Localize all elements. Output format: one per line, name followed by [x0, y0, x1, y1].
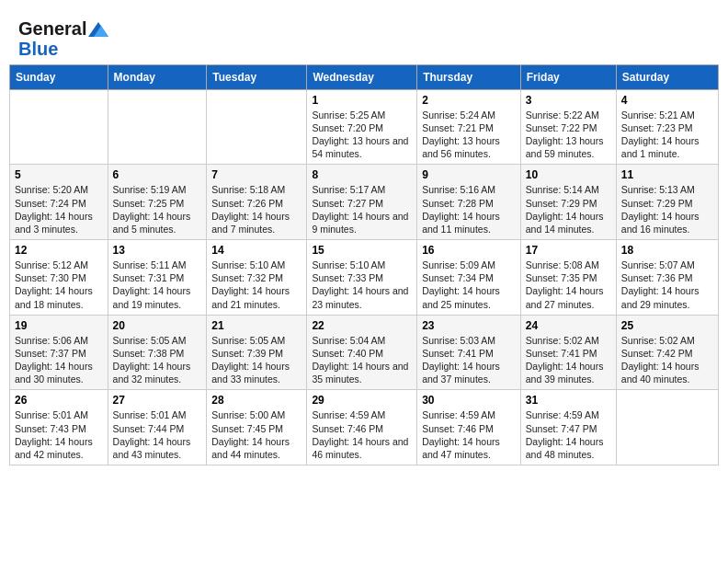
col-header-saturday: Saturday	[616, 64, 718, 89]
week-row: 19Sunrise: 5:06 AMSunset: 7:37 PMDayligh…	[10, 315, 719, 390]
day-cell: 2Sunrise: 5:24 AMSunset: 7:21 PMDaylight…	[417, 89, 521, 165]
day-cell: 20Sunrise: 5:05 AMSunset: 7:38 PMDayligh…	[108, 315, 207, 390]
logo-blue: Blue	[18, 39, 110, 60]
day-number: 2	[422, 94, 516, 107]
week-row: 26Sunrise: 5:01 AMSunset: 7:43 PMDayligh…	[10, 390, 719, 465]
day-info: Sunrise: 5:16 AMSunset: 7:28 PMDaylight:…	[422, 183, 516, 236]
day-number: 27	[113, 394, 202, 407]
day-info: Sunrise: 5:05 AMSunset: 7:38 PMDaylight:…	[113, 334, 202, 386]
day-number: 31	[526, 394, 611, 407]
day-info: Sunrise: 5:25 AMSunset: 7:20 PMDaylight:…	[312, 109, 412, 161]
day-cell: 4Sunrise: 5:21 AMSunset: 7:23 PMDaylight…	[616, 89, 718, 165]
day-number: 9	[422, 168, 516, 181]
day-info: Sunrise: 5:09 AMSunset: 7:34 PMDaylight:…	[422, 259, 516, 311]
day-cell: 28Sunrise: 5:00 AMSunset: 7:45 PMDayligh…	[207, 390, 307, 465]
col-header-wednesday: Wednesday	[307, 64, 417, 89]
week-row: 1Sunrise: 5:25 AMSunset: 7:20 PMDaylight…	[10, 89, 719, 165]
day-number: 3	[526, 94, 611, 107]
day-number: 19	[15, 319, 103, 332]
day-info: Sunrise: 5:22 AMSunset: 7:22 PMDaylight:…	[526, 109, 611, 161]
day-info: Sunrise: 5:04 AMSunset: 7:40 PMDaylight:…	[312, 334, 412, 386]
day-number: 21	[211, 319, 301, 332]
day-cell: 16Sunrise: 5:09 AMSunset: 7:34 PMDayligh…	[417, 240, 521, 316]
day-cell: 1Sunrise: 5:25 AMSunset: 7:20 PMDaylight…	[307, 89, 417, 165]
day-info: Sunrise: 5:07 AMSunset: 7:36 PMDaylight:…	[621, 259, 713, 311]
day-cell: 26Sunrise: 5:01 AMSunset: 7:43 PMDayligh…	[10, 390, 108, 465]
day-cell: 25Sunrise: 5:02 AMSunset: 7:42 PMDayligh…	[616, 315, 718, 390]
day-number: 15	[312, 244, 412, 257]
day-info: Sunrise: 4:59 AMSunset: 7:47 PMDaylight:…	[526, 408, 611, 461]
day-number: 30	[422, 394, 516, 407]
day-number: 12	[15, 244, 103, 257]
day-info: Sunrise: 5:12 AMSunset: 7:30 PMDaylight:…	[15, 259, 103, 311]
day-number: 26	[15, 394, 103, 407]
day-number: 20	[113, 319, 202, 332]
day-number: 28	[211, 394, 301, 407]
day-info: Sunrise: 5:19 AMSunset: 7:25 PMDaylight:…	[113, 183, 202, 236]
day-info: Sunrise: 5:21 AMSunset: 7:23 PMDaylight:…	[621, 109, 713, 161]
day-info: Sunrise: 5:02 AMSunset: 7:41 PMDaylight:…	[526, 334, 611, 386]
day-number: 4	[621, 94, 713, 107]
day-number: 8	[312, 168, 412, 181]
day-info: Sunrise: 5:18 AMSunset: 7:26 PMDaylight:…	[211, 183, 301, 236]
day-info: Sunrise: 4:59 AMSunset: 7:46 PMDaylight:…	[422, 408, 516, 461]
day-cell: 21Sunrise: 5:05 AMSunset: 7:39 PMDayligh…	[207, 315, 307, 390]
day-cell: 27Sunrise: 5:01 AMSunset: 7:44 PMDayligh…	[108, 390, 207, 465]
day-cell: 15Sunrise: 5:10 AMSunset: 7:33 PMDayligh…	[307, 240, 417, 316]
day-cell	[616, 390, 718, 465]
day-info: Sunrise: 5:02 AMSunset: 7:42 PMDaylight:…	[621, 334, 713, 386]
day-cell	[108, 89, 207, 165]
page-header: General Blue	[9, 9, 719, 64]
day-number: 23	[422, 319, 516, 332]
day-info: Sunrise: 5:01 AMSunset: 7:43 PMDaylight:…	[15, 408, 103, 461]
day-cell: 9Sunrise: 5:16 AMSunset: 7:28 PMDaylight…	[417, 165, 521, 240]
day-cell: 7Sunrise: 5:18 AMSunset: 7:26 PMDaylight…	[207, 165, 307, 240]
day-info: Sunrise: 5:17 AMSunset: 7:27 PMDaylight:…	[312, 183, 412, 236]
day-info: Sunrise: 5:08 AMSunset: 7:35 PMDaylight:…	[526, 259, 611, 311]
day-info: Sunrise: 5:13 AMSunset: 7:29 PMDaylight:…	[621, 183, 713, 236]
day-cell: 24Sunrise: 5:02 AMSunset: 7:41 PMDayligh…	[520, 315, 616, 390]
day-info: Sunrise: 5:11 AMSunset: 7:31 PMDaylight:…	[113, 259, 202, 311]
day-number: 1	[312, 94, 412, 107]
day-cell: 8Sunrise: 5:17 AMSunset: 7:27 PMDaylight…	[307, 165, 417, 240]
day-number: 22	[312, 319, 412, 332]
day-number: 24	[526, 319, 611, 332]
day-number: 16	[422, 244, 516, 257]
calendar-table: SundayMondayTuesdayWednesdayThursdayFrid…	[9, 64, 719, 465]
day-number: 13	[113, 244, 202, 257]
day-info: Sunrise: 5:10 AMSunset: 7:32 PMDaylight:…	[211, 259, 301, 311]
day-cell: 23Sunrise: 5:03 AMSunset: 7:41 PMDayligh…	[417, 315, 521, 390]
day-cell: 12Sunrise: 5:12 AMSunset: 7:30 PMDayligh…	[10, 240, 108, 316]
day-info: Sunrise: 5:10 AMSunset: 7:33 PMDaylight:…	[312, 259, 412, 311]
day-cell: 30Sunrise: 4:59 AMSunset: 7:46 PMDayligh…	[417, 390, 521, 465]
col-header-tuesday: Tuesday	[207, 64, 307, 89]
day-cell: 5Sunrise: 5:20 AMSunset: 7:24 PMDaylight…	[10, 165, 108, 240]
day-cell: 6Sunrise: 5:19 AMSunset: 7:25 PMDaylight…	[108, 165, 207, 240]
day-info: Sunrise: 5:24 AMSunset: 7:21 PMDaylight:…	[422, 109, 516, 161]
day-cell: 22Sunrise: 5:04 AMSunset: 7:40 PMDayligh…	[307, 315, 417, 390]
day-info: Sunrise: 4:59 AMSunset: 7:46 PMDaylight:…	[312, 408, 412, 461]
logo-icon	[88, 22, 108, 37]
day-info: Sunrise: 5:06 AMSunset: 7:37 PMDaylight:…	[15, 334, 103, 386]
day-cell	[10, 89, 108, 165]
day-number: 25	[621, 319, 713, 332]
col-header-thursday: Thursday	[417, 64, 521, 89]
day-cell: 13Sunrise: 5:11 AMSunset: 7:31 PMDayligh…	[108, 240, 207, 316]
day-info: Sunrise: 5:03 AMSunset: 7:41 PMDaylight:…	[422, 334, 516, 386]
day-cell: 18Sunrise: 5:07 AMSunset: 7:36 PMDayligh…	[616, 240, 718, 316]
day-number: 29	[312, 394, 412, 407]
day-info: Sunrise: 5:05 AMSunset: 7:39 PMDaylight:…	[211, 334, 301, 386]
day-number: 11	[621, 168, 713, 181]
day-cell: 31Sunrise: 4:59 AMSunset: 7:47 PMDayligh…	[520, 390, 616, 465]
col-header-monday: Monday	[108, 64, 207, 89]
day-cell	[207, 89, 307, 165]
day-info: Sunrise: 5:20 AMSunset: 7:24 PMDaylight:…	[15, 183, 103, 236]
col-header-friday: Friday	[520, 64, 616, 89]
logo: General Blue	[18, 18, 110, 60]
week-row: 5Sunrise: 5:20 AMSunset: 7:24 PMDaylight…	[10, 165, 719, 240]
col-header-sunday: Sunday	[10, 64, 108, 89]
day-cell: 11Sunrise: 5:13 AMSunset: 7:29 PMDayligh…	[616, 165, 718, 240]
day-info: Sunrise: 5:00 AMSunset: 7:45 PMDaylight:…	[211, 408, 301, 461]
day-number: 10	[526, 168, 611, 181]
day-number: 5	[15, 168, 103, 181]
